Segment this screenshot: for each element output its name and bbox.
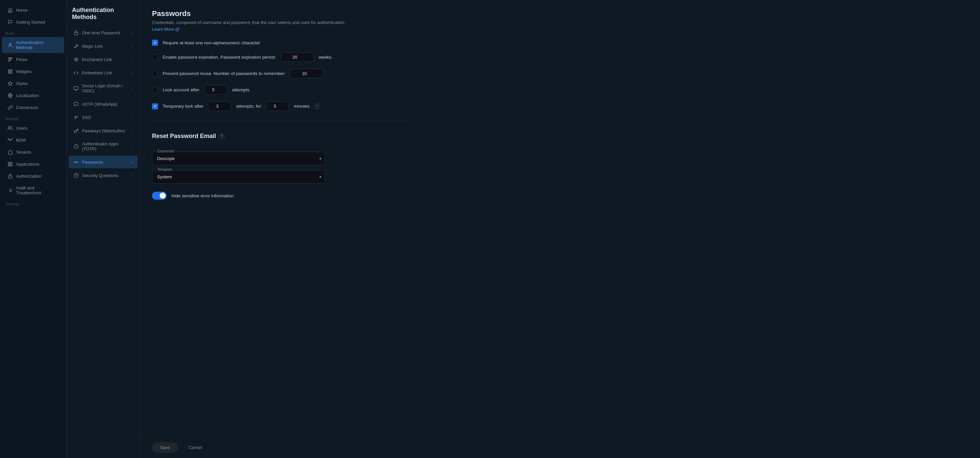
audit-icon	[7, 188, 13, 193]
svg-point-33	[75, 116, 76, 117]
svg-line-46	[177, 28, 179, 30]
svg-rect-4	[8, 60, 10, 61]
section-manage: Manage	[0, 113, 66, 122]
temp-lock-mid-label: attempts, for	[236, 104, 261, 109]
connectors-icon	[7, 105, 13, 110]
sidebar-item-widgets[interactable]: Widgets	[2, 66, 64, 77]
chevron-icon: ›	[132, 173, 133, 178]
checkbox-row-temp-lock: Temporary lock after attempts, for minut…	[152, 101, 412, 111]
reset-password-help-icon[interactable]: ?	[219, 134, 225, 139]
svg-line-16	[11, 139, 12, 140]
sidebar-item-applications[interactable]: Applications	[2, 158, 64, 170]
section-build: Build	[0, 28, 66, 37]
checkbox-temp-lock[interactable]	[152, 103, 158, 109]
svg-point-43	[77, 162, 78, 162]
sidebar-item-getting-started[interactable]: Getting Started	[2, 16, 64, 28]
svg-point-14	[11, 138, 12, 139]
users-icon	[7, 125, 13, 130]
sidebar-item-authorization[interactable]: Authorization	[2, 170, 64, 182]
checkbox-non-alphanumeric-label: Require at least one non-alphanumeric ch…	[163, 40, 260, 45]
svg-rect-28	[74, 32, 78, 35]
bottom-bar: Save Cancel	[140, 437, 980, 458]
sidebar-item-localization[interactable]: Localization	[2, 90, 64, 101]
connector-select[interactable]: Descope	[152, 152, 325, 165]
method-item-totp[interactable]: Authenticator Apps (TOTP) ›	[68, 138, 138, 155]
svg-rect-5	[8, 69, 10, 71]
svg-rect-2	[8, 57, 10, 58]
svg-line-15	[9, 139, 10, 140]
sensitive-error-toggle[interactable]	[152, 192, 167, 200]
method-item-embedded-link[interactable]: Embedded Link ›	[68, 66, 138, 79]
template-select[interactable]: System	[152, 170, 325, 184]
checkbox-row-lock-account: Lock account after attempts.	[152, 85, 412, 95]
sidebar-item-home[interactable]: Home	[2, 4, 64, 16]
sidebar-item-auth-methods[interactable]: Authentication Methods	[2, 37, 64, 53]
method-item-passwords[interactable]: Passwords ›	[68, 156, 138, 169]
chevron-icon: ›	[132, 70, 133, 75]
temp-lock-suffix: minutes	[294, 104, 309, 109]
svg-point-38	[74, 130, 76, 133]
save-button[interactable]: Save	[152, 442, 178, 453]
method-item-magic-link[interactable]: Magic Link ›	[68, 40, 138, 52]
connector-select-wrapper: Connector Descope ▾	[152, 152, 325, 165]
checkbox-expiration[interactable]	[152, 54, 158, 60]
checkbox-temp-lock-label: Temporary lock after	[163, 104, 203, 109]
method-item-notp[interactable]: nOTP (WhatsApp) ›	[68, 98, 138, 110]
checkbox-non-alphanumeric[interactable]	[152, 40, 158, 46]
method-item-sso[interactable]: SSO ›	[68, 111, 138, 124]
divider	[152, 120, 412, 121]
temp-lock-input1[interactable]	[208, 101, 231, 111]
reset-password-title: Reset Password Email ?	[152, 133, 412, 140]
reuse-input[interactable]	[290, 69, 323, 78]
svg-point-13	[8, 138, 9, 139]
sidebar-item-flows[interactable]: Flows	[2, 54, 64, 65]
method-item-otp[interactable]: One-time Password ›	[68, 26, 138, 39]
expiration-input[interactable]	[281, 52, 314, 62]
sidebar-item-tenants[interactable]: Tenants	[2, 146, 64, 157]
right-panel: Passwords Credentials, composed of usern…	[140, 0, 980, 458]
sidebar-item-styles[interactable]: Styles	[2, 78, 64, 89]
chevron-icon: ›	[132, 102, 133, 107]
toggle-label: Hide sensitive error information	[171, 193, 234, 198]
svg-point-12	[10, 139, 11, 141]
chevron-icon: ›	[132, 115, 133, 120]
localization-icon	[7, 93, 13, 98]
svg-point-1	[10, 43, 11, 45]
method-item-passkeys[interactable]: Passkeys (WebAuthn) ›	[68, 124, 138, 137]
lock-account-input[interactable]	[204, 85, 228, 95]
svg-rect-21	[8, 176, 12, 178]
svg-point-34	[76, 116, 77, 117]
checkbox-reuse[interactable]	[152, 71, 158, 77]
social-icon	[73, 86, 79, 91]
method-item-enchanted-link[interactable]: Enchanted Link ›	[68, 53, 138, 66]
select-group: Connector Descope ▾ Template System ▾	[152, 152, 325, 184]
tenants-icon	[7, 149, 13, 155]
home-icon	[7, 7, 13, 13]
svg-point-42	[76, 162, 77, 162]
svg-rect-20	[10, 164, 12, 166]
svg-point-11	[9, 126, 10, 128]
method-item-security-questions[interactable]: Security Questions ›	[68, 169, 138, 182]
totp-icon	[73, 144, 79, 149]
checkbox-expiration-label: Enable password expiration. Password exp…	[163, 55, 276, 60]
sidebar-item-users[interactable]: Users	[2, 122, 64, 134]
temp-lock-help-icon[interactable]: ?	[314, 103, 320, 109]
svg-point-40	[74, 162, 75, 162]
chevron-icon: ›	[132, 44, 133, 48]
chevron-icon: ›	[132, 86, 133, 91]
cancel-button[interactable]: Cancel	[182, 442, 208, 453]
checkbox-lock-account[interactable]	[152, 87, 158, 93]
template-label: Template	[156, 167, 173, 171]
chevron-icon: ›	[132, 30, 133, 35]
svg-rect-8	[10, 72, 12, 73]
sidebar-item-m2m[interactable]: M2M	[2, 134, 64, 146]
svg-point-41	[75, 162, 76, 162]
page-subtitle: Credentials, composed of username and pa…	[152, 20, 968, 25]
sidebar-item-connectors[interactable]: Connectors	[2, 102, 64, 113]
sidebar-item-audit[interactable]: Audit and Troubleshoot	[2, 182, 64, 198]
connector-label: Connector	[156, 149, 176, 153]
method-item-social-login[interactable]: Social Login (OAuth / OIDC) ›	[68, 80, 138, 97]
learn-more-link[interactable]: Learn More	[152, 27, 179, 32]
temp-lock-input2[interactable]	[266, 101, 289, 111]
middle-panel-title: Authentication Methods	[67, 0, 140, 26]
